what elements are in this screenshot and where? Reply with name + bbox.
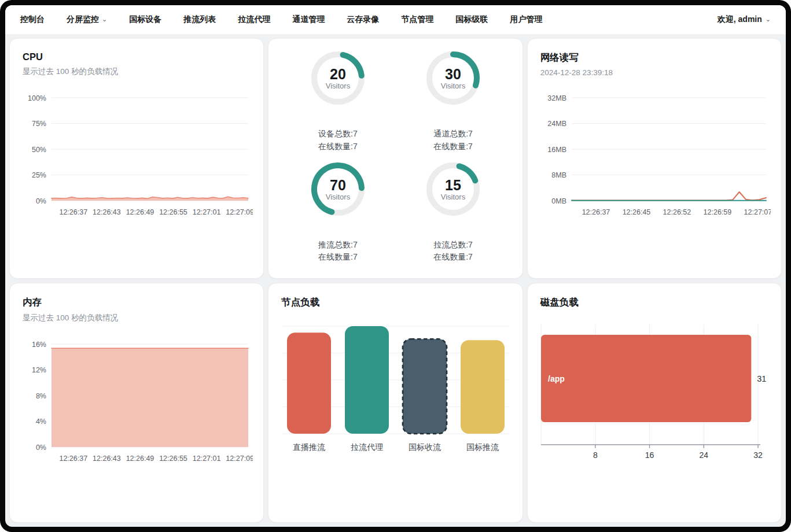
x-axis-tick-label: 12:26:37 (582, 208, 610, 216)
x-axis-tick-label: 24 (699, 450, 708, 460)
cpu-card: CPU 显示过去 100 秒的负载情况 100%75%50%25%0%12:26… (9, 38, 264, 279)
gauge-stat-line: 在线数量:7 (318, 141, 358, 153)
dashboard-grid: CPU 显示过去 100 秒的负载情况 100%75%50%25%0%12:26… (5, 34, 786, 527)
node-load-card-title: 节点负载 (281, 296, 510, 309)
y-axis-tick-label: 50% (32, 146, 46, 154)
gauge-cell: 15Visitors拉流总数:7在线数量:7 (395, 157, 510, 268)
disk-load-card: 磁盘负载 /app318162432 (527, 283, 782, 523)
gauge-stats: 推流总数:7在线数量:7 (318, 239, 358, 264)
y-axis-tick-label: 100% (28, 94, 46, 102)
y-axis-tick-label: 16% (32, 340, 46, 348)
gauge-ring: 70Visitors (310, 161, 366, 217)
stats-gauges-card: 20Visitors设备总数:7在线数量:730Visitors通道总数:7在线… (268, 38, 523, 279)
gauge-stats: 设备总数:7在线数量:7 (318, 128, 358, 153)
x-axis-tick-label: 12:27:09 (226, 208, 253, 216)
x-axis-tick-label: 12:27:01 (193, 455, 221, 463)
x-axis-tick-label: 12:26:37 (59, 455, 87, 463)
node-load-chart-area: 直播推流拉流代理国标收流国标推流 (280, 320, 510, 458)
nav-item-pull-stream-proxy[interactable]: 拉流代理 (238, 14, 270, 25)
gauge-stat-line: 推流总数:7 (318, 239, 358, 252)
bar-category-label: 拉流代理 (351, 442, 383, 452)
series-line (572, 192, 766, 200)
bar-dashed (403, 339, 447, 434)
x-axis-tick-label: 12:27:07 (744, 208, 770, 216)
gauge-value: 70 (330, 177, 346, 193)
y-axis-tick-label: 8% (36, 391, 46, 400)
y-axis-tick-label: 4% (36, 418, 46, 426)
disk-mount-label: /app (548, 374, 565, 383)
x-axis-tick-label: 12:27:01 (193, 208, 221, 216)
nav-item-split-screen-monitor[interactable]: 分屏监控⌄ (67, 14, 107, 25)
nav-item-label: 国标级联 (455, 14, 488, 25)
nav-item-node-management[interactable]: 节点管理 (401, 14, 433, 25)
gauge-unit-label: Visitors (326, 193, 351, 201)
x-axis-tick-label: 12:26:43 (93, 455, 121, 463)
gauge-stat-line: 在线数量:7 (318, 251, 358, 264)
y-axis-tick-label: 24MB (547, 120, 566, 128)
node-load-bar-chart: 直播推流拉流代理国标收流国标推流 (280, 320, 512, 456)
network-card-title: 网络读写 (540, 51, 770, 64)
network-chart-area: 32MB24MB16MB8MB0MB12:26:3712:26:4512:26:… (539, 91, 770, 221)
bar-category-label: 国标收流 (409, 442, 441, 452)
memory-card-subtitle: 显示过去 100 秒的负载情况 (23, 313, 252, 323)
gauge-ring: 30Visitors (425, 50, 481, 106)
nav-item-cloud-recording[interactable]: 云存录像 (347, 14, 379, 25)
gauge-stat-line: 通道总数:7 (433, 128, 473, 141)
y-axis-tick-label: 8MB (551, 171, 566, 179)
y-axis-tick-label: 16MB (547, 146, 566, 154)
network-io-chart: 32MB24MB16MB8MB0MB12:26:3712:26:4512:26:… (539, 91, 771, 219)
series-area-fill (51, 348, 248, 447)
nav-item-label: 国标设备 (129, 14, 161, 25)
nav-item-label: 云存录像 (347, 14, 379, 25)
gauge-value: 15 (445, 177, 461, 193)
nav-item-label: 通道管理 (292, 14, 325, 25)
x-axis-tick-label: 32 (753, 450, 763, 460)
nav-item-label: 节点管理 (401, 14, 433, 25)
bar-category-label: 直播推流 (293, 442, 325, 452)
bar (345, 326, 389, 434)
gauge-cell: 20Visitors设备总数:7在线数量:7 (280, 46, 395, 157)
gauge-stats: 拉流总数:7在线数量:7 (433, 239, 473, 264)
nav-item-label: 控制台 (20, 14, 45, 25)
user-greeting: 欢迎, admin (718, 14, 762, 25)
cpu-chart: 100%75%50%25%0%12:26:3712:26:4312:26:491… (21, 91, 253, 219)
gauge-stat-line: 设备总数:7 (318, 128, 358, 141)
y-axis-tick-label: 0MB (551, 197, 566, 205)
x-axis-tick-label: 12:26:49 (126, 455, 154, 463)
gauge-stat-line: 在线数量:7 (433, 251, 473, 264)
memory-chart-area: 16%12%8%4%0%12:26:3712:26:4312:26:4912:2… (21, 337, 252, 468)
bar (287, 332, 331, 434)
app-screen: 控制台分屏监控⌄国标设备推流列表拉流代理通道管理云存录像节点管理国标级联用户管理… (5, 5, 786, 527)
nav-item-user-management[interactable]: 用户管理 (510, 14, 542, 25)
nav-item-gb-devices[interactable]: 国标设备 (129, 14, 161, 25)
chevron-down-icon: ⌄ (766, 16, 771, 23)
cpu-card-title: CPU (23, 51, 252, 62)
cpu-chart-area: 100%75%50%25%0%12:26:3712:26:4312:26:491… (21, 91, 252, 221)
nav-item-label: 拉流代理 (238, 14, 270, 25)
nav-item-label: 用户管理 (510, 14, 542, 25)
disk-usage-bar (541, 335, 751, 422)
gauge-unit-label: Visitors (441, 193, 466, 201)
memory-card: 内存 显示过去 100 秒的负载情况 16%12%8%4%0%12:26:371… (9, 283, 264, 523)
nav-item-console[interactable]: 控制台 (20, 14, 45, 25)
gauge-ring: 20Visitors (310, 50, 366, 106)
nav-item-channel-management[interactable]: 通道管理 (292, 14, 325, 25)
disk-load-card-title: 磁盘负载 (540, 296, 770, 309)
series-line (51, 197, 248, 198)
memory-chart: 16%12%8%4%0%12:26:3712:26:4312:26:4912:2… (21, 337, 253, 466)
x-axis-tick-label: 16 (645, 450, 654, 460)
gauge-value: 30 (445, 66, 461, 82)
gauge-cell: 30Visitors通道总数:7在线数量:7 (395, 46, 510, 157)
memory-card-title: 内存 (23, 296, 252, 309)
gauge-ring: 15Visitors (425, 161, 481, 217)
disk-value-label: 31 (757, 374, 766, 383)
user-menu[interactable]: 欢迎, admin ⌄ (718, 14, 771, 25)
gauge-cell: 70Visitors推流总数:7在线数量:7 (280, 157, 395, 268)
x-axis-tick-label: 8 (593, 450, 598, 460)
y-axis-tick-label: 25% (32, 171, 46, 179)
top-nav: 控制台分屏监控⌄国标设备推流列表拉流代理通道管理云存录像节点管理国标级联用户管理… (5, 5, 786, 34)
nav-item-gb-cascade[interactable]: 国标级联 (455, 14, 488, 25)
nav-item-push-stream-list[interactable]: 推流列表 (183, 14, 216, 25)
nav-item-label: 分屏监控 (67, 14, 99, 25)
network-card-timestamp: 2024-12-28 23:39:18 (540, 68, 770, 77)
